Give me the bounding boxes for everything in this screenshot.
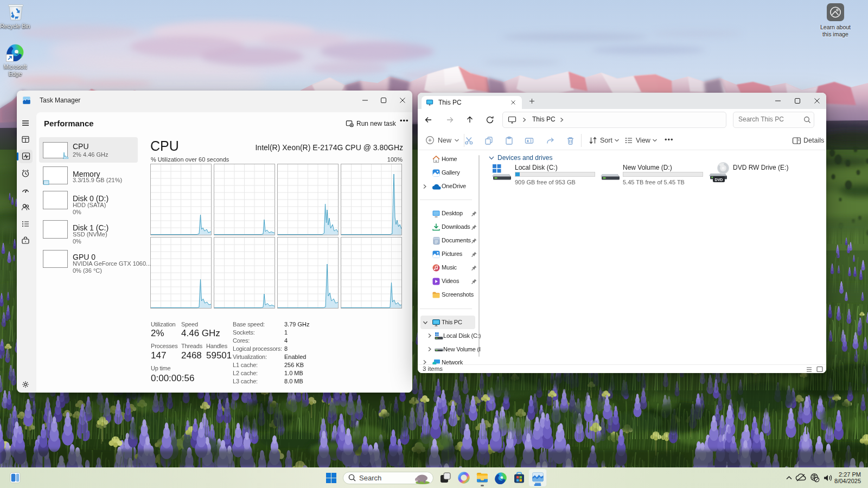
svg-text:DVD: DVD: [715, 178, 723, 182]
